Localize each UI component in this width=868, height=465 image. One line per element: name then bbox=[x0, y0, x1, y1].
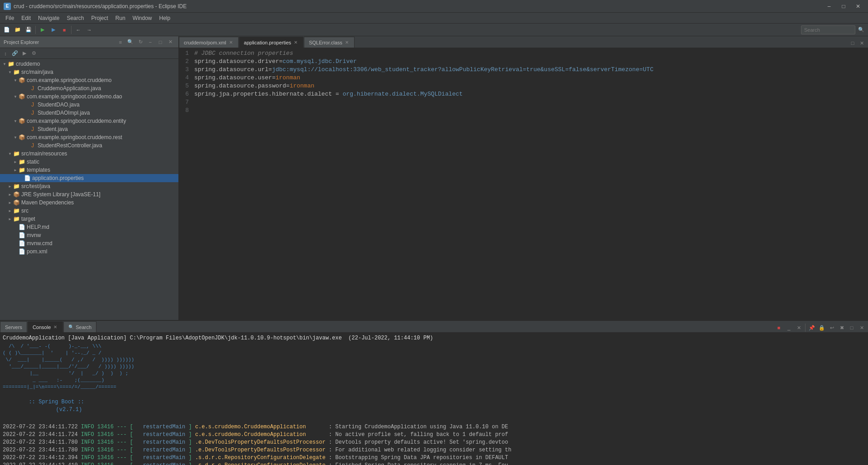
pe-tb-collapse[interactable]: ↕ bbox=[1, 49, 10, 58]
console-remove-btn[interactable]: ✕ bbox=[794, 323, 803, 332]
toolbar-open-btn[interactable]: 📁 bbox=[13, 25, 23, 35]
tree-item-jre[interactable]: ► 📦 JRE System Library [JavaSE-11] bbox=[0, 190, 178, 199]
tree-item-mvnw[interactable]: 📄 mvnw bbox=[0, 231, 178, 239]
tree-item-templates[interactable]: ► 📁 templates bbox=[0, 166, 178, 174]
tree-item-static[interactable]: ► 📁 static bbox=[0, 158, 178, 166]
menu-project[interactable]: Project bbox=[87, 14, 111, 22]
tree-item-src-main-java[interactable]: ▼ 📁 src/main/java bbox=[0, 68, 178, 76]
code-editor[interactable]: 1 # JDBC connection properties 2 spring.… bbox=[179, 48, 868, 320]
bottom-close-btn[interactable]: ✕ bbox=[857, 323, 866, 332]
toolbar-stop-btn[interactable]: ■ bbox=[59, 25, 69, 35]
tree-label-StudentDAO: StudentDAO.java bbox=[38, 102, 80, 108]
toolbar-search-btn[interactable]: 🔍 bbox=[856, 25, 866, 35]
tree-item-application-props[interactable]: 📄 application.properties bbox=[0, 174, 178, 182]
code-line-6: 6 spring.jpa.properties.hibernate.dialec… bbox=[179, 91, 868, 99]
line-content-2: spring.datasource.driver=com.mysql.jdbc.… bbox=[192, 58, 868, 66]
tree-item-pom[interactable]: 📄 pom.xml bbox=[0, 247, 178, 256]
tree-arrow-cruddemo: ▼ bbox=[2, 62, 7, 66]
toolbar-back-btn[interactable]: ← bbox=[73, 25, 83, 35]
close-button[interactable]: ✕ bbox=[852, 2, 864, 11]
code-line-4: 4 spring.datasource.user=ironman bbox=[179, 74, 868, 82]
editor-maximize-btn[interactable]: □ bbox=[848, 39, 857, 48]
src-test-icon: 📁 bbox=[13, 183, 20, 190]
console-area[interactable]: CruddemoApplication [Java Application] C… bbox=[0, 333, 868, 465]
pe-close-btn[interactable]: ✕ bbox=[166, 38, 175, 47]
menu-navigate[interactable]: Navigate bbox=[34, 14, 63, 22]
log-line: 2022-07-22 23:44:11.780 INFO 13416 --- [… bbox=[3, 439, 865, 446]
bottom-tab-console[interactable]: Console ✕ bbox=[28, 321, 63, 332]
menu-search[interactable]: Search bbox=[63, 14, 87, 22]
tree-item-StudentDAO[interactable]: J StudentDAO.java bbox=[0, 101, 178, 109]
code-line-3: 3 spring.datasource.url=jdbc:mysql://loc… bbox=[179, 66, 868, 74]
pe-tb-settings[interactable]: ⚙ bbox=[29, 49, 38, 58]
tree-item-pkg-cruddemo[interactable]: ▼ 📦 com.example.springboot.cruddemo bbox=[0, 76, 178, 84]
code-line-5: 5 spring.datasource.password=ironman bbox=[179, 82, 868, 91]
tab-sqlerror[interactable]: SQLError.class ✕ bbox=[304, 37, 355, 48]
tree-item-HELP[interactable]: 📄 HELP.md bbox=[0, 223, 178, 231]
tree-label-Student: Student.java bbox=[38, 126, 68, 132]
tree-item-target[interactable]: ► 📁 target bbox=[0, 215, 178, 223]
tab-appprops-close[interactable]: ✕ bbox=[293, 39, 298, 45]
console-word-wrap-btn[interactable]: ↩ bbox=[827, 323, 836, 332]
tree-label-pkg-rest: com.example.springboot.cruddemo.rest bbox=[27, 134, 122, 140]
console-scroll-lock-btn[interactable]: 🔒 bbox=[817, 323, 826, 332]
bottom-tab-search[interactable]: 🔍 Search bbox=[63, 321, 96, 332]
editor-tabs: cruddemo/pom.xml ✕ application.propertie… bbox=[179, 36, 868, 48]
tab-pom-close[interactable]: ✕ bbox=[228, 39, 234, 45]
toolbar-new-btn[interactable]: 📄 bbox=[2, 25, 12, 35]
editor-tab-right: □ ✕ bbox=[848, 39, 868, 48]
code-line-7: 7 bbox=[179, 99, 868, 107]
pe-sync-btn[interactable]: ↻ bbox=[136, 38, 145, 47]
toolbar-debug-btn[interactable]: ▶ bbox=[48, 25, 58, 35]
tab-pom[interactable]: cruddemo/pom.xml ✕ bbox=[179, 37, 239, 48]
tree-item-mvnw-cmd[interactable]: 📄 mvnw.cmd bbox=[0, 239, 178, 247]
tree-item-src-test-java[interactable]: ► 📁 src/test/java bbox=[0, 182, 178, 190]
tree-arrow-maven: ► bbox=[7, 201, 13, 205]
tree-item-src-main-resources[interactable]: ▼ 📁 src/main/resources bbox=[0, 150, 178, 158]
pe-collapse-btn[interactable]: ≡ bbox=[116, 38, 125, 47]
tree-item-cruddemo[interactable]: ▼ 📁 cruddemo bbox=[0, 60, 178, 68]
menu-edit[interactable]: Edit bbox=[18, 14, 34, 22]
pe-tb-link[interactable]: 🔗 bbox=[10, 49, 19, 58]
console-clear-btn[interactable]: ✖ bbox=[837, 323, 846, 332]
tree-item-src[interactable]: ► 📁 src bbox=[0, 207, 178, 215]
bottom-maximize-btn[interactable]: □ bbox=[847, 323, 856, 332]
menu-file[interactable]: File bbox=[2, 14, 18, 22]
tree-item-StudentRestController[interactable]: J StudentRestController.java bbox=[0, 141, 178, 150]
console-pin-btn[interactable]: 📌 bbox=[807, 323, 816, 332]
editor-close-btn[interactable]: ✕ bbox=[857, 39, 866, 48]
toolbar-search-input[interactable] bbox=[801, 25, 855, 34]
pe-filter-btn[interactable]: 🔍 bbox=[126, 38, 135, 47]
tab-sqlerror-close[interactable]: ✕ bbox=[344, 39, 350, 45]
toolbar-run-btn[interactable]: ▶ bbox=[38, 25, 48, 35]
menu-help[interactable]: Help bbox=[156, 14, 174, 22]
tree-item-CruddemoApplication[interactable]: J CruddemoApplication.java bbox=[0, 84, 178, 92]
pe-minimize-btn[interactable]: − bbox=[146, 38, 155, 47]
tree-item-pkg-rest[interactable]: ▼ 📦 com.example.springboot.cruddemo.rest bbox=[0, 133, 178, 141]
spring-art-2: ( ( )\_______| ' | '--._/ _ / bbox=[3, 350, 865, 357]
project-explorer-header: Project Explorer ≡ 🔍 ↻ − □ ✕ bbox=[0, 36, 178, 48]
menu-window[interactable]: Window bbox=[129, 14, 156, 22]
toolbar-fwd-btn[interactable]: → bbox=[84, 25, 94, 35]
menu-run[interactable]: Run bbox=[112, 14, 129, 22]
src-res-folder-icon: 📁 bbox=[13, 150, 20, 157]
java-icon-CruddemoApp: J bbox=[29, 85, 36, 92]
tree-item-maven-deps[interactable]: ► 📦 Maven Dependencies bbox=[0, 199, 178, 207]
tree-label-pkg-cruddemo: com.example.springboot.cruddemo bbox=[27, 77, 111, 83]
toolbar-save-btn[interactable]: 💾 bbox=[24, 25, 34, 35]
bottom-tab-console-close[interactable]: ✕ bbox=[53, 324, 58, 330]
tree-item-StudentDAOImpl[interactable]: J StudentDAOImpl.java bbox=[0, 109, 178, 117]
tree-item-pkg-dao[interactable]: ▼ 📦 com.example.springboot.cruddemo.dao bbox=[0, 92, 178, 101]
bottom-tab-servers[interactable]: Servers bbox=[0, 321, 27, 332]
tab-appprops[interactable]: application.properties ✕ bbox=[239, 37, 304, 48]
maximize-button[interactable]: □ bbox=[837, 2, 850, 11]
pe-maximize-btn[interactable]: □ bbox=[156, 38, 165, 47]
console-stop-btn[interactable]: ■ bbox=[774, 323, 783, 332]
console-disconnect-btn[interactable]: ⎯ bbox=[784, 323, 793, 332]
minimize-button[interactable]: – bbox=[823, 2, 835, 11]
tree-item-pkg-entity[interactable]: ▼ 📦 com.example.springboot.cruddemo.enti… bbox=[0, 117, 178, 125]
tree-item-Student[interactable]: J Student.java bbox=[0, 125, 178, 133]
line-num-3: 3 bbox=[179, 66, 192, 74]
line-content-5: spring.datasource.password=ironman bbox=[192, 82, 868, 91]
pe-tb-filter[interactable]: ▶ bbox=[20, 49, 29, 58]
